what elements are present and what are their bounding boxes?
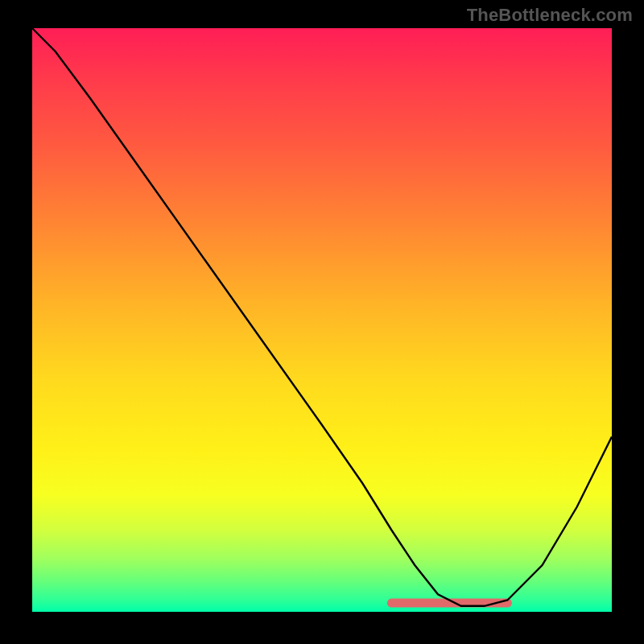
chart-frame: TheBottleneck.com xyxy=(0,0,644,644)
watermark-text: TheBottleneck.com xyxy=(467,5,633,26)
curve-layer xyxy=(32,28,612,612)
plot-area xyxy=(32,28,612,612)
main-curve xyxy=(32,28,612,606)
